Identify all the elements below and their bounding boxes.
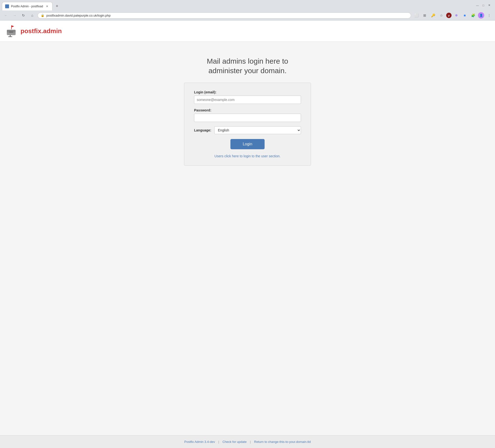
active-tab[interactable]: Postfix Admin - postfixad ✕ — [2, 2, 53, 11]
back-button[interactable]: ← — [2, 12, 9, 19]
email-input[interactable] — [194, 96, 301, 104]
svg-marker-1 — [12, 25, 14, 27]
screen-icon[interactable]: ⬜ — [413, 12, 420, 19]
grid-icon[interactable]: ⊞ — [421, 12, 428, 19]
browser-chrome: Postfix Admin - postfixad ✕ + — □ ✕ ← → … — [0, 0, 495, 20]
heading-line1: Mail admins login here to — [207, 57, 288, 65]
logo-text: postfix.admin — [21, 27, 62, 35]
email-label: Login (email): — [194, 90, 301, 94]
window-controls: — □ ✕ — [475, 3, 493, 9]
star-icon[interactable]: ☆ — [438, 12, 445, 19]
login-card: Login (email): Password: Language: Engli… — [184, 83, 311, 166]
address-bar-row: ← → ↻ ⌂ 🔒 postfixadmin.david.palepurple.… — [0, 11, 495, 20]
reload-button[interactable]: ↻ — [20, 12, 27, 19]
logo-icon — [5, 24, 18, 38]
tab-favicon — [5, 4, 9, 8]
language-select[interactable]: English French German Spanish Dutch — [214, 126, 301, 134]
tab-close-button[interactable]: ✕ — [45, 4, 49, 9]
ublock-icon[interactable]: μ — [446, 13, 452, 18]
svg-rect-6 — [8, 36, 12, 37]
profile-avatar[interactable]: 👤 — [478, 12, 484, 19]
forward-button[interactable]: → — [11, 12, 18, 19]
svg-rect-4 — [9, 32, 13, 32]
tab-title: Postfix Admin - postfixad — [11, 5, 43, 8]
close-button[interactable]: ✕ — [487, 3, 491, 7]
login-button[interactable]: Login — [230, 139, 264, 149]
toolbar-icons: ⬜ ⊞ 🔑 ☆ μ ❄ ■ 🧩 👤 ⋮ — [413, 12, 493, 19]
puzzle-icon[interactable]: 🧩 — [470, 12, 476, 19]
logo-area: postfix.admin — [5, 24, 490, 38]
user-section-link: Users click here to login to the user se… — [194, 154, 301, 158]
login-btn-row: Login — [194, 139, 301, 149]
snowflake-icon[interactable]: ❄ — [453, 12, 460, 19]
url-text: postfixadmin.david.palepurple.co.uk/logi… — [46, 14, 110, 17]
email-group: Login (email): — [194, 90, 301, 104]
page-content: postfix.admin Mail admins login here to … — [0, 20, 495, 448]
footer-sep-2: | — [250, 440, 251, 444]
password-group: Password: — [194, 108, 301, 122]
password-label: Password: — [194, 108, 301, 112]
heading-line2: administer your domain. — [208, 66, 287, 75]
site-header: postfix.admin — [0, 20, 495, 42]
language-row: Language: English French German Spanish … — [194, 126, 301, 134]
version-link[interactable]: Postfix Admin 3.4-dev — [184, 440, 215, 444]
lock-icon: 🔒 — [41, 14, 44, 17]
address-bar[interactable]: 🔒 postfixadmin.david.palepurple.co.uk/lo… — [38, 13, 411, 19]
key-icon[interactable]: 🔑 — [430, 12, 436, 19]
logo-text-accent: admin — [43, 27, 62, 35]
page-footer: Postfix Admin 3.4-dev | Check for update… — [0, 435, 495, 448]
home-button[interactable]: ⌂ — [29, 12, 36, 19]
maximize-button[interactable]: □ — [481, 3, 485, 7]
language-label: Language: — [194, 128, 211, 132]
return-link[interactable]: Return to change-this-to-your.domain.tld — [254, 440, 311, 444]
tab-bar: Postfix Admin - postfixad ✕ + — □ ✕ — [0, 0, 495, 11]
new-tab-button[interactable]: + — [54, 3, 60, 10]
check-update-link[interactable]: Check for update — [222, 440, 247, 444]
page-main: Mail admins login here to administer you… — [0, 42, 495, 435]
svg-rect-0 — [11, 25, 12, 29]
footer-sep-1: | — [218, 440, 219, 444]
logo-text-plain: postfix. — [21, 27, 43, 35]
login-heading: Mail admins login here to administer you… — [207, 56, 288, 75]
menu-icon[interactable]: ⋮ — [486, 12, 493, 19]
square-icon[interactable]: ■ — [461, 12, 468, 19]
user-section-anchor[interactable]: Users click here to login to the user se… — [215, 154, 281, 158]
minimize-button[interactable]: — — [475, 3, 479, 7]
password-input[interactable] — [194, 114, 301, 122]
